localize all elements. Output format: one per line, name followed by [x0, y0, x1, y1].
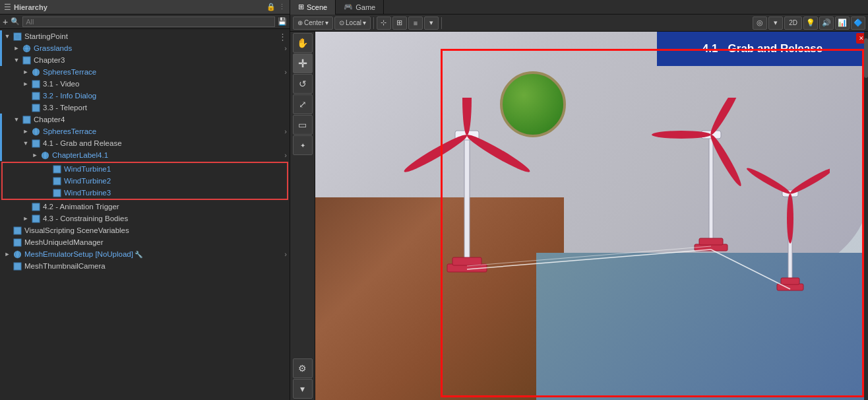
tree-item-mesh-unique-id[interactable]: MeshUniqueIdManager — [0, 236, 290, 248]
tree-arrow[interactable] — [21, 66, 30, 78]
hand-tool[interactable]: ✋ — [293, 33, 313, 53]
rect-tool[interactable]: ▭ — [293, 115, 313, 135]
audio-btn[interactable]: 🔊 — [819, 17, 834, 30]
snap-btn[interactable]: ≡ — [408, 17, 423, 30]
item-icon-cube — [51, 176, 62, 186]
tree-arrow[interactable] — [12, 114, 21, 125]
chapter-label-41: ChapterLabel4.1 — [52, 151, 108, 159]
svg-rect-1 — [15, 34, 20, 39]
wind-turbine-2-label: WindTurbine2 — [64, 177, 111, 185]
tree-arrow[interactable] — [3, 30, 12, 42]
right-arrow: › — [284, 127, 287, 135]
local-dropdown-icon: ▾ — [363, 19, 366, 26]
item-icon-sphere — [40, 150, 50, 160]
visual-scripting-label: VisualScripting SceneVariables — [24, 226, 129, 234]
tree-item-visual-scripting[interactable]: VisualScripting SceneVariables — [0, 224, 290, 236]
tree-arrow[interactable] — [30, 149, 40, 161]
tree-item-animation-trigger[interactable]: 4.2 - Animation Trigger — [0, 201, 290, 213]
save-icon[interactable]: 💾 — [278, 17, 287, 26]
stats-btn[interactable]: 📊 — [835, 17, 850, 30]
item-icon-cube — [12, 237, 22, 248]
rotate-tool[interactable]: ↺ — [293, 74, 313, 94]
video-label: 3.1 - Video — [43, 80, 79, 88]
svg-point-24 — [14, 251, 21, 258]
scene-toolbar: ⊕ Center ▾ ⊙ Local ▾ ⊹ ⊞ ≡ ▾ ◎ ▾ 2D 💡 🔊 … — [290, 15, 868, 32]
svg-point-46 — [787, 193, 793, 244]
scale-tool[interactable]: ⤢ — [293, 94, 313, 114]
tree-arrow-empty — [21, 90, 30, 102]
sphere-terrace-1-label: SpheresTerrace — [43, 68, 96, 76]
tree-arrow[interactable] — [21, 137, 30, 149]
svg-line-48 — [467, 250, 711, 269]
tree-item-wind-turbine-2[interactable]: WindTurbine2 — [3, 175, 287, 187]
tree-item-mesh-emulator[interactable]: MeshEmulatorSetup [NoUpload] 🔧 › — [0, 248, 290, 260]
tree-item-grab-release[interactable]: 4.1 - Grab and Release — [0, 137, 290, 149]
tree-arrow[interactable] — [21, 78, 30, 90]
tree-arrow[interactable] — [21, 213, 30, 224]
extra-tool[interactable]: ▾ — [293, 379, 313, 399]
tree-arrow[interactable] — [12, 42, 21, 54]
tree-item-wind-turbine-1[interactable]: WindTurbine1 — [3, 163, 287, 175]
scrollbar-thumb[interactable] — [864, 38, 868, 78]
chapter4-label: Chapter4 — [34, 116, 65, 123]
item-icon-cube — [21, 114, 32, 125]
hierarchy-menu-icon[interactable]: ☰ — [4, 3, 11, 12]
item-icon-cube — [12, 261, 22, 271]
mesh-emulator-label: MeshEmulatorSetup [NoUpload] — [24, 250, 133, 258]
scrollbar-vertical[interactable] — [864, 32, 868, 400]
hierarchy-header: ☰ Hierarchy 🔒 ⋮ — [0, 0, 290, 15]
tree-item-constraining-bodies[interactable]: 4.3 - Constraining Bodies — [0, 213, 290, 224]
hierarchy-tree: StartingPoint ⋮ Grasslands › — [0, 29, 290, 400]
tab-scene[interactable]: ⊞ Scene — [290, 0, 336, 15]
transform-tool[interactable]: ✦ — [293, 135, 313, 155]
tree-item-chapter-label[interactable]: ChapterLabel4.1 › — [0, 149, 290, 161]
mesh-emulator-icon: 🔧 — [135, 251, 142, 258]
tree-item-video[interactable]: 3.1 - Video — [0, 78, 290, 90]
tree-arrow-empty — [42, 163, 51, 175]
starting-point-label: StartingPoint — [24, 32, 68, 40]
scene-tools-panel: ✋ ✛ ↺ ⤢ ▭ ✦ ⚙ ▾ — [290, 32, 315, 400]
tree-item-starting-point[interactable]: StartingPoint ⋮ — [0, 30, 290, 42]
tree-arrow[interactable] — [12, 54, 21, 66]
fx-btn[interactable]: 💡 — [803, 17, 818, 30]
lighting-btn[interactable]: ◎ — [753, 17, 767, 30]
tree-arrow-empty — [3, 236, 12, 248]
svg-rect-18 — [53, 178, 61, 185]
tab-game[interactable]: 🎮 Game — [336, 0, 384, 15]
hierarchy-more-icon[interactable]: ⋮ — [278, 3, 286, 11]
grab-release-label: 4.1 - Grab and Release — [43, 139, 122, 147]
tree-arrow[interactable] — [3, 248, 12, 260]
wind-turbines-group: WindTurbine1 WindTurbine2 — [1, 162, 288, 200]
gizmos-btn[interactable]: 🔷 — [851, 17, 865, 30]
center-button[interactable]: ⊕ Center ▾ — [293, 17, 333, 30]
center-icon: ⊕ — [297, 19, 303, 26]
tree-item-mesh-thumbnail[interactable]: MeshThumbnailCamera — [0, 260, 290, 272]
tree-item-info-dialog[interactable]: 3.2 - Info Dialog — [0, 90, 290, 102]
grasslands-label: Grasslands — [34, 44, 72, 52]
tree-item-sphere-terrace-2[interactable]: SpheresTerrace › — [0, 125, 290, 137]
context-menu-dots[interactable]: ⋮ — [278, 32, 287, 42]
tree-arrow-empty — [21, 102, 30, 114]
search-input[interactable] — [22, 17, 275, 27]
center-dropdown-icon: ▾ — [325, 19, 328, 26]
lighting-dropdown[interactable]: ▾ — [768, 17, 783, 30]
move-tool-btn[interactable]: ⊹ — [377, 17, 391, 30]
tree-item-chapter3[interactable]: Chapter3 — [0, 54, 290, 66]
tree-item-wind-turbine-3[interactable]: WindTurbine3 — [3, 187, 287, 199]
tree-item-sphere-terrace-1[interactable]: SpheresTerrace › — [0, 66, 290, 78]
tree-arrow[interactable] — [21, 125, 30, 137]
grid-btn[interactable]: ⊞ — [392, 17, 407, 30]
svg-rect-5 — [23, 57, 30, 64]
settings-tool[interactable]: ⚙ — [293, 358, 313, 378]
hierarchy-lock-icon[interactable]: 🔒 — [266, 3, 276, 11]
tree-item-teleport[interactable]: 3.3 - Teleport — [0, 102, 290, 114]
tree-item-chapter4[interactable]: Chapter4 — [0, 114, 290, 125]
add-button[interactable]: + — [3, 17, 8, 26]
move-tool[interactable]: ✛ — [293, 53, 313, 73]
sphere-terrace-2-label: SpheresTerrace — [43, 127, 96, 135]
tree-item-grasslands[interactable]: Grasslands › — [0, 42, 290, 54]
snap-dropdown[interactable]: ▾ — [424, 17, 439, 30]
local-button[interactable]: ⊙ Local ▾ — [334, 17, 371, 30]
two-d-btn[interactable]: 2D — [784, 17, 802, 30]
svg-point-33 — [402, 131, 469, 176]
